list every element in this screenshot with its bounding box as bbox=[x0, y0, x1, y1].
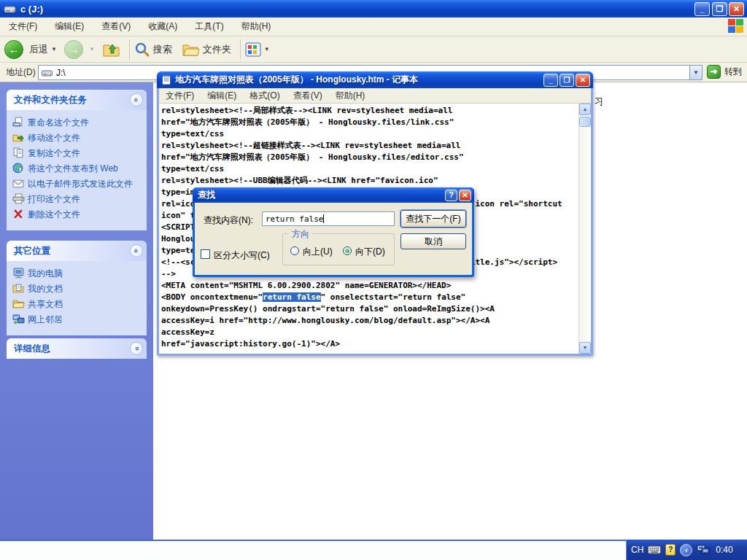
go-button[interactable]: ➜ 转到 bbox=[707, 65, 742, 79]
toolbar-separator bbox=[240, 39, 241, 60]
task-print-file[interactable]: 打印这个文件 bbox=[12, 194, 144, 204]
up-button[interactable] bbox=[102, 41, 120, 58]
menu-edit[interactable]: 编辑(E) bbox=[46, 18, 93, 36]
notepad-menu-help[interactable]: 帮助(H) bbox=[329, 88, 372, 103]
find-dialog-title: 查找 bbox=[198, 189, 444, 201]
notepad-line: rel=stylesheet><!--UBB编辑器代码--><LINK href… bbox=[161, 175, 578, 187]
scroll-thumb[interactable] bbox=[579, 117, 591, 127]
notepad-menu-edit[interactable]: 编辑(E) bbox=[201, 88, 243, 103]
panel-other-places: 其它位置 « 我的电脑 我的文档 共享文档 网上邻居 bbox=[7, 241, 147, 335]
collapse-up-icon[interactable]: « bbox=[130, 244, 143, 257]
notepad-menubar: 文件(F) 编辑(E) 格式(O) 查看(V) 帮助(H) bbox=[159, 88, 591, 104]
expand-down-icon[interactable]: « bbox=[130, 342, 143, 355]
filename-fragment: 习 bbox=[595, 96, 603, 108]
toolbar-separator bbox=[129, 39, 130, 60]
panel-other-places-header[interactable]: 其它位置 « bbox=[7, 241, 147, 261]
match-case-label: 区分大小写(C) bbox=[214, 249, 270, 262]
help-tray-icon[interactable]: ? bbox=[665, 544, 676, 556]
notepad-menu-view[interactable]: 查看(V) bbox=[287, 88, 329, 103]
place-network[interactable]: 网上邻居 bbox=[12, 314, 144, 324]
notepad-icon bbox=[161, 74, 171, 85]
place-shared-documents[interactable]: 共享文档 bbox=[12, 299, 144, 309]
notepad-close-button[interactable]: ✕ bbox=[576, 74, 590, 87]
find-input[interactable]: return false bbox=[262, 211, 395, 226]
system-tray: CH ? ‹ 0:40 bbox=[626, 540, 747, 560]
find-what-label: 查找内容(N): bbox=[204, 214, 253, 227]
task-copy-file[interactable]: 复制这个文件 bbox=[12, 148, 144, 158]
back-button[interactable]: ← 后退 ▼ bbox=[4, 40, 60, 59]
task-rename-file[interactable]: 重命名这个文件 bbox=[12, 117, 144, 128]
folders-icon bbox=[182, 42, 200, 57]
forward-button[interactable]: → ▼ bbox=[64, 40, 98, 59]
match-case-checkbox[interactable] bbox=[201, 249, 210, 259]
panel-file-tasks: 文件和文件夹任务 « 重命名这个文件 移动这个文件 复制这个文件 bbox=[7, 90, 147, 230]
network-tray-icon[interactable] bbox=[697, 545, 710, 555]
keyboard-icon[interactable] bbox=[648, 545, 661, 554]
clock: 0:40 bbox=[716, 545, 732, 555]
copy-file-icon bbox=[12, 147, 25, 158]
notepad-line: href="地方汽车牌照对照表（2005年版） - Honglousky.fil… bbox=[161, 152, 578, 163]
help-button[interactable]: ? bbox=[445, 190, 457, 201]
find-next-button[interactable]: 查找下一个(F) bbox=[400, 210, 466, 228]
views-dropdown-icon[interactable]: ▼ bbox=[264, 46, 270, 52]
explorer-toolbar: ← 后退 ▼ → ▼ 搜索 文件夹 ▼ bbox=[0, 36, 747, 63]
task-move-file[interactable]: 移动这个文件 bbox=[12, 133, 144, 143]
hide-icons-chevron-icon[interactable]: ‹ bbox=[680, 544, 692, 556]
menu-file[interactable]: 文件(F) bbox=[0, 18, 46, 36]
selected-text: return false bbox=[263, 292, 320, 302]
place-my-documents[interactable]: 我的文档 bbox=[12, 284, 144, 294]
scroll-up-icon[interactable]: ▲ bbox=[579, 104, 591, 115]
publish-web-icon bbox=[12, 163, 25, 174]
restore-button[interactable]: ❐ bbox=[712, 2, 727, 16]
explorer-titlebar: c (J:) _ ❐ ✕ bbox=[0, 0, 747, 18]
menu-help[interactable]: 帮助(H) bbox=[233, 18, 280, 36]
forward-dropdown-icon[interactable]: ▼ bbox=[89, 46, 95, 52]
find-close-button[interactable]: ✕ bbox=[459, 190, 471, 201]
cancel-button[interactable]: 取消 bbox=[400, 233, 466, 249]
find-dialog: 查找 ? ✕ 查找内容(N): return false 查找下一个(F) 取消… bbox=[193, 187, 474, 277]
menu-favorites[interactable]: 收藏(A) bbox=[139, 18, 186, 36]
direction-down-radio[interactable] bbox=[343, 246, 352, 255]
language-indicator[interactable]: CH bbox=[631, 545, 643, 555]
panel-details: 详细信息 « bbox=[7, 338, 147, 359]
explorer-title: c (J:) bbox=[20, 4, 43, 15]
notepad-line: href="地方汽车牌照对照表（2005年版） - Honglousky.fil… bbox=[161, 117, 578, 128]
search-button[interactable]: 搜索 bbox=[134, 42, 172, 58]
notepad-menu-format[interactable]: 格式(O) bbox=[243, 88, 286, 103]
back-dropdown-icon[interactable]: ▼ bbox=[51, 46, 57, 52]
place-my-computer[interactable]: 我的电脑 bbox=[12, 268, 144, 279]
notepad-maximize-button[interactable]: ❐ bbox=[560, 74, 574, 87]
close-button[interactable]: ✕ bbox=[729, 2, 744, 16]
views-button[interactable]: ▼ bbox=[245, 42, 273, 57]
menu-view[interactable]: 查看(V) bbox=[93, 18, 139, 36]
notepad-line: href="javascript:history.go(-1)"></A> bbox=[161, 338, 578, 350]
collapse-up-icon[interactable]: « bbox=[130, 93, 143, 106]
my-documents-icon bbox=[12, 283, 25, 294]
direction-down-label: 向下(D) bbox=[355, 246, 385, 258]
windows-logo-icon bbox=[728, 19, 743, 34]
task-delete-file[interactable]: 删除这个文件 bbox=[12, 209, 144, 219]
menu-tools[interactable]: 工具(T) bbox=[186, 18, 232, 36]
address-value: J:\ bbox=[56, 68, 66, 78]
address-dropdown-button[interactable]: ▼ bbox=[689, 66, 702, 79]
up-folder-icon bbox=[102, 41, 120, 58]
my-computer-icon bbox=[12, 268, 25, 279]
notepad-minimize-button[interactable]: _ bbox=[543, 74, 558, 87]
direction-label: 方向 bbox=[289, 228, 312, 241]
minimize-button[interactable]: _ bbox=[694, 2, 710, 16]
search-icon bbox=[134, 42, 150, 58]
task-publish-web[interactable]: 将这个文件发布到 Web bbox=[12, 163, 144, 174]
direction-up-label: 向上(U) bbox=[303, 246, 333, 258]
notepad-titlebar: 地方汽车牌照对照表（2005年版） - Honglousky.htm - 记事本… bbox=[157, 71, 593, 88]
screen: c (J:) _ ❐ ✕ 文件(F) 编辑(E) 查看(V) 收藏(A) 工具(… bbox=[0, 0, 747, 560]
rename-file-icon bbox=[12, 117, 25, 128]
task-email-file[interactable]: 以电子邮件形式发送此文件 bbox=[12, 179, 144, 189]
panel-details-header[interactable]: 详细信息 « bbox=[7, 338, 147, 359]
panel-file-tasks-header[interactable]: 文件和文件夹任务 « bbox=[7, 90, 147, 110]
notepad-vscrollbar[interactable]: ▲ ▼ bbox=[578, 104, 591, 354]
folders-button[interactable]: 文件夹 bbox=[182, 42, 231, 57]
notepad-menu-file[interactable]: 文件(F) bbox=[159, 88, 201, 103]
scroll-down-icon[interactable]: ▼ bbox=[579, 342, 591, 354]
direction-up-radio[interactable] bbox=[290, 246, 299, 255]
find-dialog-titlebar: 查找 ? ✕ bbox=[193, 187, 474, 203]
